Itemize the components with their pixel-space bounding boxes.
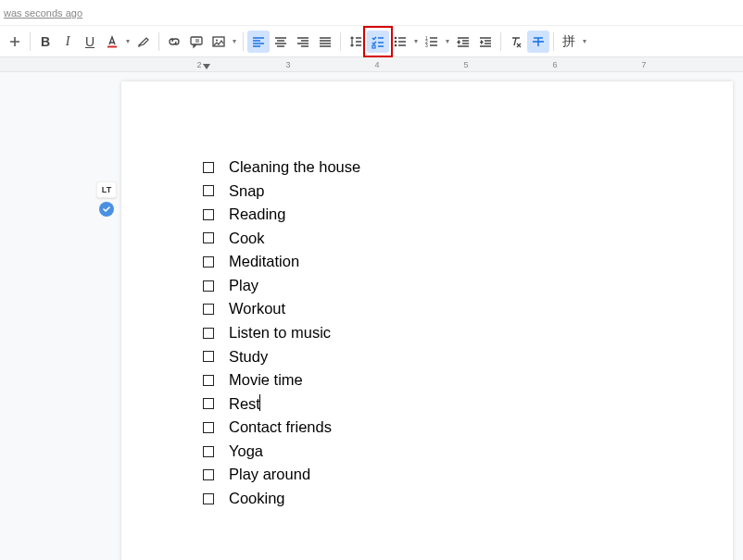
document-canvas: LT Cleaning the houseSnapReadingCookMedi… — [0, 72, 743, 560]
list-item[interactable]: Listen to music — [203, 321, 696, 345]
align-right-button[interactable] — [292, 31, 314, 53]
last-edit-link[interactable]: was seconds ago — [4, 7, 82, 19]
list-item[interactable]: Play — [203, 274, 696, 298]
last-edit-status: was seconds ago — [0, 0, 743, 26]
list-item-text[interactable]: Cleaning the house — [229, 156, 360, 180]
list-item-text[interactable]: Listen to music — [229, 321, 331, 345]
align-justify-button[interactable] — [314, 31, 336, 53]
ruler-tick: 4 — [374, 60, 379, 69]
checkbox-icon[interactable] — [203, 398, 214, 409]
list-item[interactable]: Meditation — [203, 250, 696, 274]
list-item-text[interactable]: Reading — [229, 203, 285, 227]
line-spacing-button[interactable] — [345, 31, 367, 53]
list-item-text[interactable]: Rest — [229, 392, 260, 417]
list-item-text[interactable]: Yoga — [229, 440, 263, 464]
list-item[interactable]: Snap — [203, 180, 696, 204]
list-item[interactable]: Reading — [203, 203, 696, 227]
checkbox-icon[interactable] — [203, 328, 214, 339]
ruler-tick: 3 — [285, 60, 290, 69]
svg-rect-11 — [533, 41, 544, 43]
checklist[interactable]: Cleaning the houseSnapReadingCookMeditat… — [203, 156, 696, 510]
insert-image-button[interactable] — [208, 31, 230, 53]
underline-button[interactable]: U — [79, 31, 101, 53]
lt-badge[interactable]: LT — [96, 181, 117, 198]
list-item-text[interactable]: Contact friends — [229, 416, 332, 440]
highlight-color-button[interactable] — [132, 31, 155, 53]
toolbar-separator — [243, 32, 244, 51]
insert-link-button[interactable] — [163, 31, 185, 53]
checkbox-icon[interactable] — [203, 256, 214, 268]
list-item[interactable]: Rest — [203, 392, 696, 417]
checkbox-icon[interactable] — [203, 185, 214, 196]
list-item-text[interactable]: Cook — [229, 227, 265, 251]
checkbox-icon[interactable] — [203, 304, 214, 315]
list-item[interactable]: Workout — [203, 297, 696, 321]
bulleted-list-dropdown[interactable]: ▾ — [411, 31, 421, 53]
svg-rect-1 — [191, 37, 202, 44]
text-color-button[interactable] — [101, 31, 123, 53]
insert-comment-button[interactable] — [185, 31, 208, 53]
list-item-text[interactable]: Cooking — [229, 487, 285, 511]
checkbox-icon[interactable] — [203, 375, 214, 386]
list-item[interactable]: Contact friends — [203, 416, 696, 440]
list-item-text[interactable]: Meditation — [229, 250, 299, 274]
svg-point-3 — [216, 39, 218, 41]
toolbar-separator — [500, 32, 501, 51]
checklist-button[interactable] — [367, 31, 389, 53]
toolbar-separator — [158, 32, 159, 51]
list-item-text[interactable]: Workout — [229, 297, 285, 321]
list-item-text[interactable]: Movie time — [229, 368, 303, 392]
clear-formatting-button[interactable] — [505, 31, 527, 53]
align-left-button[interactable] — [247, 31, 270, 53]
list-item[interactable]: Study — [203, 345, 696, 369]
document-page[interactable]: Cleaning the houseSnapReadingCookMeditat… — [121, 81, 733, 560]
list-item[interactable]: Cooking — [203, 487, 696, 511]
checkbox-icon[interactable] — [203, 469, 214, 480]
lt-status-ok-icon[interactable] — [99, 202, 114, 217]
insert-image-dropdown[interactable]: ▾ — [230, 31, 239, 53]
list-item[interactable]: Movie time — [203, 368, 696, 392]
toolbar-separator — [340, 32, 341, 51]
decrease-indent-button[interactable] — [452, 31, 474, 53]
increase-indent-button[interactable] — [474, 31, 497, 53]
list-item[interactable]: Cook — [203, 227, 696, 251]
list-item[interactable]: Yoga — [203, 440, 696, 464]
checkbox-icon[interactable] — [203, 422, 214, 433]
list-item-text[interactable]: Snap — [229, 180, 265, 204]
checkbox-icon[interactable] — [203, 162, 214, 173]
text-color-dropdown[interactable]: ▾ — [123, 31, 132, 53]
svg-point-6 — [395, 40, 397, 43]
checkbox-icon[interactable] — [203, 209, 214, 220]
list-item[interactable]: Play around — [203, 463, 696, 487]
ruler-indent-marker[interactable] — [203, 64, 210, 69]
bulleted-list-button[interactable] — [389, 31, 411, 53]
formatting-toolbar: BIU▾▾▾123▾拼▾ — [0, 26, 743, 57]
add-button[interactable] — [4, 31, 26, 53]
align-center-button[interactable] — [270, 31, 292, 53]
italic-button[interactable]: I — [57, 31, 79, 53]
checkbox-icon[interactable] — [203, 351, 214, 362]
lt-side-panel: LT — [95, 181, 118, 217]
numbered-list-dropdown[interactable]: ▾ — [443, 31, 452, 53]
checkbox-icon[interactable] — [203, 232, 214, 243]
horizontal-ruler[interactable]: 234567 — [0, 57, 743, 72]
svg-point-7 — [395, 44, 397, 46]
svg-rect-0 — [107, 45, 117, 47]
list-item[interactable]: Cleaning the house — [203, 156, 696, 180]
strikethrough-format-button[interactable] — [527, 31, 549, 53]
ruler-tick: 6 — [552, 60, 557, 69]
list-item-text[interactable]: Play — [229, 274, 258, 298]
ruler-tick: 7 — [641, 60, 646, 69]
list-item-text[interactable]: Study — [229, 345, 268, 369]
numbered-list-button[interactable]: 123 — [421, 31, 443, 53]
input-method-dropdown[interactable]: ▾ — [580, 31, 589, 53]
checkbox-icon[interactable] — [203, 446, 214, 457]
svg-point-5 — [395, 36, 397, 39]
bold-button[interactable]: B — [34, 31, 57, 53]
text-cursor — [259, 394, 260, 411]
ruler-tick: 5 — [463, 60, 468, 69]
checkbox-icon[interactable] — [203, 493, 214, 504]
list-item-text[interactable]: Play around — [229, 463, 310, 487]
input-method-button[interactable]: 拼 — [558, 31, 580, 53]
checkbox-icon[interactable] — [203, 280, 214, 292]
